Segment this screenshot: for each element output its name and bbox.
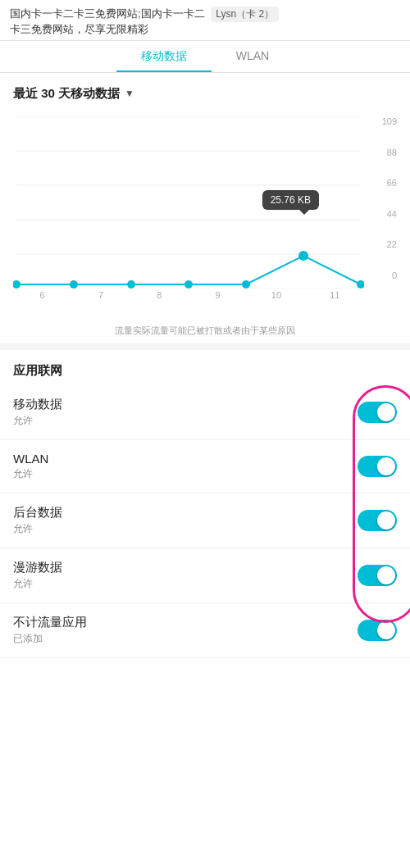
lysn-badge: Lysn（卡 2） [211,7,279,22]
wlan-toggle[interactable] [358,456,397,477]
svg-point-8 [127,280,135,289]
tab-wlan[interactable]: WLAN [212,41,294,72]
background-data-label: 后台数据 [13,505,62,520]
mobile-data-sublabel: 允许 [13,414,62,428]
x-label-8: 8 [130,290,189,300]
svg-point-11 [298,251,308,261]
svg-point-7 [70,280,78,289]
mobile-data-toggle[interactable] [358,402,397,423]
y-label-0: 0 [382,270,397,280]
top-banner: 国内卡一卡二卡三免费网站;国内卡一卡二 Lysn（卡 2） 卡三免费网站，尽享无… [0,0,410,41]
y-label-88: 88 [382,148,397,157]
wlan-label: WLAN [13,452,48,466]
setting-row-mobile-data: 移动数据 允许 [0,385,410,440]
toggle-thumb [377,621,395,639]
setting-row-roaming: 漫游数据 允许 [0,548,410,603]
banner-line2: 卡三免费网站，尽享无限精彩 [10,22,400,37]
x-label-10: 10 [247,290,305,300]
svg-point-6 [13,280,20,289]
x-label-7: 7 [71,290,130,300]
section-header: 最近 30 天移动数据 ▼ [0,73,410,108]
wlan-sublabel: 允许 [13,467,48,481]
svg-point-12 [357,280,364,289]
tab-mobile-data[interactable]: 移动数据 [116,41,212,72]
background-data-toggle[interactable] [358,510,397,531]
app-network-title: 应用联网 [0,350,410,385]
tabs-bar: 移动数据 WLAN [0,41,410,73]
background-data-sublabel: 允许 [13,522,62,536]
toggle-thumb [377,403,395,421]
mobile-data-label: 移动数据 [13,397,62,412]
no-traffic-toggle[interactable] [358,620,397,641]
setting-row-background-data: 后台数据 允许 [0,493,410,548]
chart-x-labels: 6 7 8 9 10 11 [13,289,364,302]
roaming-label: 漫游数据 [13,560,62,575]
roaming-toggle[interactable] [358,565,397,586]
settings-list: 移动数据 允许 WLAN 允许 后台数据 允许 漫游数据 允许 [0,385,410,658]
banner-line1: 国内卡一卡二卡三免费网站;国内卡一卡二 [10,7,205,20]
section-divider [0,343,410,350]
x-label-11: 11 [306,290,364,300]
chart-tooltip: 25.76 KB [262,190,319,210]
chart-area: 109 88 66 44 22 0 25.76 KB [0,108,410,321]
chart-y-labels: 109 88 66 44 22 0 [382,116,397,280]
y-label-109: 109 [382,116,397,126]
chart-svg: 25.76 KB [13,116,364,289]
chart-note: 流量实际流量可能已被打散或者由于某些原因 [0,321,410,343]
dropdown-arrow-icon[interactable]: ▼ [125,88,134,99]
y-label-66: 66 [382,178,397,188]
toggle-thumb [377,566,395,584]
svg-point-10 [242,280,250,289]
svg-point-9 [184,280,193,289]
setting-row-no-traffic: 不计流量应用 已添加 [0,603,410,658]
x-label-9: 9 [189,290,247,300]
x-label-6: 6 [13,290,71,300]
y-label-22: 22 [382,239,397,249]
roaming-sublabel: 允许 [13,577,62,591]
y-label-44: 44 [382,209,397,219]
setting-row-wlan: WLAN 允许 [0,440,410,493]
toggle-thumb [377,511,395,529]
no-traffic-label: 不计流量应用 [13,615,87,630]
toggle-thumb [377,457,395,475]
section-title: 最近 30 天移动数据 [13,86,120,102]
no-traffic-sublabel: 已添加 [13,632,87,646]
